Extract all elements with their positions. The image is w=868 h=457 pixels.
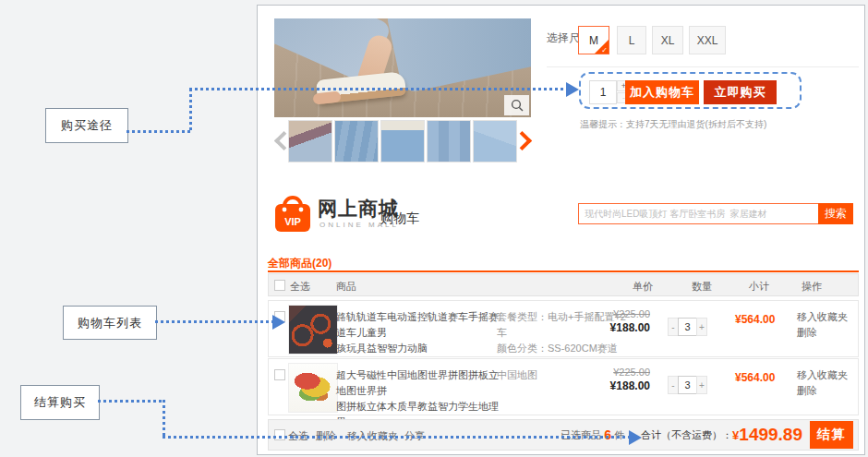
- product-title[interactable]: 路轨轨道车电动遥控轨道赛车手摇赛道车儿童男 孩玩具益智智力动脑: [336, 309, 500, 356]
- cart-section-title: 全部商品(20): [268, 256, 332, 271]
- row-actions: 移入收藏夹 删除: [797, 367, 848, 399]
- annotation-connector: [127, 130, 191, 133]
- delete-link[interactable]: 删除: [797, 325, 848, 341]
- annotation-label: 结算购买: [34, 394, 86, 411]
- size-option-xxl[interactable]: XXL: [689, 26, 726, 54]
- vip-bag-logo-icon: VIP: [272, 194, 313, 235]
- magnifier-icon[interactable]: [504, 95, 529, 115]
- annotation-connector: [163, 436, 630, 439]
- checkout-button[interactable]: 结算: [810, 421, 853, 449]
- jeans-shape: [385, 18, 531, 94]
- header-price: 单价: [633, 280, 653, 294]
- total-amount: 1499.89: [739, 425, 802, 445]
- annotation-connector: [98, 400, 164, 403]
- selected-items-label: 已选商品: [561, 428, 601, 442]
- search-button[interactable]: 搜索: [818, 203, 853, 224]
- add-to-cart-button[interactable]: 加入购物车: [625, 80, 699, 104]
- price-cell: ¥225.00 ¥188.00: [595, 308, 650, 334]
- page-title-cart: 购物车: [380, 210, 419, 227]
- return-policy-tip: 温馨提示：支持7天无理由退货(拆封后不支持): [580, 118, 766, 131]
- product-title-line: 路轨轨道车电动遥控轨道赛车手摇赛道车儿童男: [336, 309, 500, 341]
- qty-value[interactable]: 3: [678, 376, 697, 394]
- current-price: ¥188.00: [595, 321, 650, 334]
- quantity-stepper: - 3 +: [668, 318, 707, 336]
- foot-shape: [312, 90, 341, 104]
- cart-row: 路轨轨道车电动遥控轨道赛车手摇赛道车儿童男 孩玩具益智智力动脑 套餐类型：电动+…: [268, 300, 859, 357]
- page: 选择尺码: M ✓ L XL XXL 1 + - 加入购物车 立即购买 温馨提示…: [0, 0, 868, 457]
- annotation-label: 购物车列表: [78, 315, 142, 331]
- qty-increase-button[interactable]: +: [696, 376, 707, 394]
- annotation-connector: [189, 89, 192, 133]
- product-thumbnail[interactable]: [334, 120, 379, 162]
- section-underline: [268, 271, 859, 272]
- product-title-line: 超大号磁性中国地图世界拼图拼板立地图世界拼: [336, 367, 500, 399]
- row-actions: 移入收藏夹 删除: [797, 309, 848, 341]
- size-option-xl[interactable]: XL: [652, 26, 683, 54]
- old-price: ¥225.00: [595, 367, 650, 378]
- currency-symbol: ¥: [732, 428, 739, 442]
- search-input[interactable]: [578, 203, 826, 224]
- row-checkbox[interactable]: [274, 369, 285, 380]
- size-option-l[interactable]: L: [617, 26, 646, 54]
- annotation-checkout: 结算购买: [20, 385, 100, 420]
- product-thumbnail[interactable]: [473, 120, 517, 162]
- current-price: ¥188.00: [595, 379, 650, 392]
- product-main-image[interactable]: [274, 18, 531, 117]
- quantity-input[interactable]: 1: [589, 80, 617, 104]
- footer-summary: 已选商品 6 件 合计（不含运费）： ¥ 1499.89: [561, 420, 802, 450]
- cart-row: 超大号磁性中国地图世界拼图拼板立地图世界拼 图拼板立体木质早教益智力学生地理男 …: [268, 358, 859, 415]
- product-thumbnail[interactable]: [288, 120, 332, 162]
- annotation-label: 购买途径: [61, 117, 113, 134]
- old-price: ¥225.00: [595, 308, 650, 319]
- size-option-label: L: [629, 34, 635, 47]
- product-title-line: 孩玩具益智智力动脑: [336, 341, 500, 356]
- product-thumbnail[interactable]: [427, 120, 471, 162]
- move-to-favorites-link[interactable]: 移入收藏夹: [797, 367, 848, 383]
- selected-items-unit: 件: [614, 428, 624, 442]
- check-icon: ✓: [601, 46, 608, 54]
- qty-increase-button[interactable]: +: [696, 318, 707, 336]
- qty-value[interactable]: 3: [678, 318, 697, 336]
- divider: [547, 66, 859, 67]
- product-image-race-track[interactable]: [288, 305, 338, 355]
- header-select-all: 全选: [290, 280, 310, 294]
- cart-footer-bar: 全选 删除 移入收藏夹 分享 已选商品 6 件 合计（不含运费）： ¥ 1499…: [268, 419, 859, 451]
- subtotal: ¥564.00: [735, 313, 790, 326]
- header-subtotal: 小计: [749, 280, 769, 294]
- header-action: 操作: [802, 280, 822, 294]
- annotation-connector: [155, 320, 273, 323]
- annotation-arrowhead: [629, 430, 642, 445]
- product-image-china-map[interactable]: [288, 363, 338, 413]
- select-all-checkbox[interactable]: [274, 280, 285, 291]
- subtotal: ¥564.00: [735, 371, 790, 384]
- price-cell: ¥225.00 ¥188.00: [595, 367, 650, 392]
- quantity-stepper: - 3 +: [668, 376, 707, 394]
- buy-now-button[interactable]: 立即购买: [704, 80, 777, 104]
- annotation-connector: [189, 88, 567, 90]
- size-option-label: XXL: [697, 34, 718, 47]
- svg-text:VIP: VIP: [284, 216, 301, 227]
- selected-items-count: 6: [604, 427, 611, 442]
- move-to-favorites-link[interactable]: 移入收藏夹: [797, 309, 848, 325]
- total-label: 合计（不含运费）：: [641, 428, 732, 442]
- product-spec-line: 颜色分类：SS-620CM赛道: [497, 341, 635, 356]
- header-qty: 数量: [692, 280, 712, 294]
- annotation-arrowhead: [272, 315, 285, 330]
- product-thumbnail[interactable]: [380, 120, 425, 162]
- header-product: 商品: [336, 280, 356, 294]
- delete-link[interactable]: 删除: [797, 383, 848, 399]
- size-option-label: XL: [661, 34, 675, 47]
- annotation-cart-list: 购物车列表: [63, 306, 157, 340]
- annotation-connector: [163, 400, 165, 439]
- annotation-arrowhead: [566, 82, 579, 97]
- cart-table-header: 全选 商品 单价 数量 小计 操作: [268, 273, 859, 296]
- size-option-m[interactable]: M ✓: [578, 26, 609, 54]
- footer-select-all-checkbox[interactable]: [274, 429, 285, 440]
- annotation-purchase-path: 购买途径: [45, 108, 128, 143]
